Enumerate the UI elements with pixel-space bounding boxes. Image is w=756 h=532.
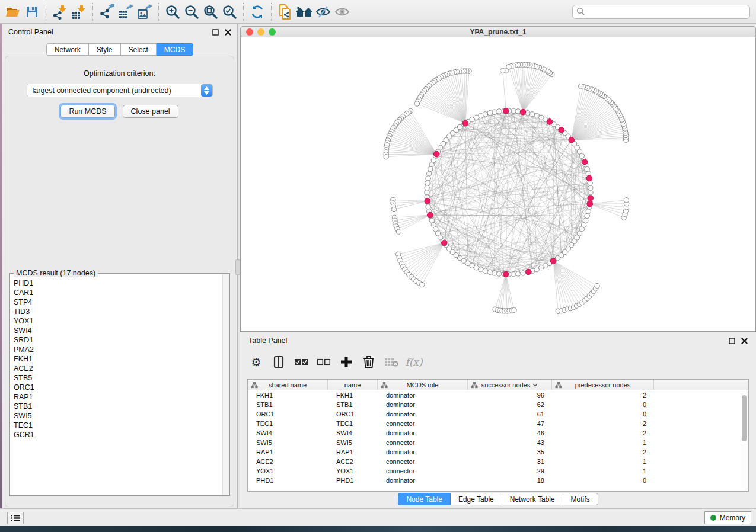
cell-mcds-role: dominator [378,409,468,419]
dropdown-stepper-icon [201,84,212,97]
search-input[interactable] [572,5,750,19]
mcds-result-item[interactable]: SRD1 [11,335,222,345]
export-table-icon[interactable] [116,3,135,21]
network-analyzer-icon[interactable] [295,3,314,21]
network-graph[interactable] [241,37,755,331]
tab-mcds[interactable]: MCDS [157,43,193,56]
mcds-result-item[interactable]: TID3 [11,307,222,316]
deselect-all-rows-icon[interactable] [315,353,333,371]
cell-shared-name: TEC1 [248,419,328,428]
column-header-empty [654,380,748,390]
mcds-result-item[interactable]: YOX1 [11,316,222,326]
show-graphics-details-icon[interactable] [333,3,352,21]
open-file-icon[interactable] [4,3,23,21]
cell-successor-nodes: 46 [468,428,552,438]
refresh-layout-icon[interactable] [248,3,267,21]
mcds-result-item[interactable]: GCR1 [11,430,222,440]
table-row[interactable]: FKH1FKH1dominator962 [248,390,748,400]
mcds-result-list[interactable]: PHD1CAR1STP4TID3YOX1SWI4SRD1PMA2FKH1ACE2… [11,278,222,495]
tab-node-table[interactable]: Node Table [398,493,451,505]
table-row[interactable]: SWI5SWI5connector431 [248,438,748,447]
cell-successor-nodes: 18 [468,476,552,485]
duplicate-network-icon[interactable] [276,3,295,21]
cell-predecessor-nodes: 2 [552,419,654,428]
table-settings-icon[interactable]: ⚙ [247,353,265,371]
import-table-icon[interactable] [69,3,88,21]
mcds-result-item[interactable]: TEC1 [11,421,222,430]
close-panel-icon[interactable] [225,29,231,36]
show-panels-menu-button[interactable] [7,512,24,524]
control-panel-title: Control Panel [8,28,53,36]
zoom-fit-icon[interactable] [201,3,220,21]
network-window-titlebar[interactable]: YPA_prune.txt_1 [240,26,756,37]
export-image-icon[interactable] [135,3,154,21]
table-row[interactable]: SWI4SWI4dominator462 [248,428,748,438]
toggle-column-panel-icon[interactable] [270,353,288,371]
optimization-criterion-dropdown[interactable]: largest connected component (undirected) [27,84,213,97]
column-header-successor-nodes[interactable]: successor nodes [468,380,552,390]
mcds-result-item[interactable]: SWI5 [11,411,222,421]
splitter-handle[interactable] [235,259,240,275]
run-mcds-button[interactable]: Run MCDS [60,105,114,118]
select-all-rows-icon[interactable] [292,353,310,371]
delete-table-icon[interactable] [382,353,400,371]
column-header-shared-name[interactable]: shared name [248,380,328,390]
column-header-name[interactable]: name [328,380,378,390]
table-row[interactable]: TEC1TEC1connector472 [248,419,748,428]
zoom-in-icon[interactable] [163,3,182,21]
table-row[interactable]: YOX1YOX1connector291 [248,466,748,476]
save-session-icon[interactable] [23,3,42,21]
table-row[interactable]: ORC1ORC1dominator610 [248,409,748,419]
hide-graphics-details-icon[interactable] [314,3,333,21]
zoom-out-icon[interactable] [182,3,201,21]
mcds-result-item[interactable]: STB1 [11,402,222,411]
table-scrollbar[interactable] [741,392,747,490]
mcds-result-item[interactable]: RAP1 [11,392,222,402]
function-builder-icon[interactable]: f(x) [405,353,423,371]
table-scrollbar-thumb[interactable] [742,395,747,441]
control-panel: Control Panel NetworkStyleSelectMCDS Opt… [2,24,237,508]
memory-button[interactable]: Memory [704,511,751,524]
search-icon [576,7,585,18]
float-table-panel-icon[interactable] [729,338,735,344]
mcds-result-item[interactable]: CAR1 [11,288,222,297]
table-row[interactable]: PHD1PHD1dominator180 [248,476,748,485]
mcds-result-item[interactable]: SWI4 [11,326,222,335]
float-panel-icon[interactable] [212,29,219,36]
close-table-panel-icon[interactable] [741,338,748,344]
mcds-result-scrollbar[interactable] [222,274,229,495]
mcds-result-item[interactable]: ACE2 [11,364,222,373]
cell-mcds-role: dominator [378,476,468,485]
tab-select[interactable]: Select [121,43,157,56]
import-network-icon[interactable] [50,3,69,21]
mcds-result-item[interactable]: FKH1 [11,354,222,364]
column-header-predecessor-nodes[interactable]: predecessor nodes [552,380,654,390]
column-header-mcds-role[interactable]: MCDS role [378,380,468,390]
mcds-result-item[interactable]: PMA2 [11,345,222,354]
table-row[interactable]: ACE2ACE2connector311 [248,457,748,466]
tab-edge-table[interactable]: Edge Table [451,493,502,505]
tab-motifs[interactable]: Motifs [563,493,598,505]
tab-network-table[interactable]: Network Table [502,493,563,505]
cell-shared-name: SWI4 [248,428,328,438]
mcds-result-item[interactable]: PHD1 [11,278,222,288]
add-column-icon[interactable] [337,353,355,371]
cell-name: ACE2 [328,457,378,466]
delete-column-icon[interactable] [360,353,378,371]
close-panel-button[interactable]: Close panel [123,105,178,118]
mcds-result-item[interactable]: STP4 [11,297,222,307]
table-row[interactable]: STB1STB1dominator620 [248,400,748,409]
network-window: YPA_prune.txt_1 [240,26,756,332]
mcds-result-item[interactable]: STB5 [11,373,222,383]
app-window: Control Panel NetworkStyleSelectMCDS Opt… [0,0,756,532]
tab-network[interactable]: Network [46,43,89,56]
mcds-result-item[interactable]: ORC1 [11,383,222,392]
toolbar-separator [243,3,244,21]
zoom-selected-icon[interactable] [220,3,239,21]
tab-style[interactable]: Style [89,43,121,56]
network-canvas[interactable] [240,37,756,332]
cell-shared-name: ACE2 [248,457,328,466]
cell-empty [654,447,748,457]
export-network-icon[interactable] [97,3,116,21]
table-row[interactable]: RAP1RAP1dominator352 [248,447,748,457]
